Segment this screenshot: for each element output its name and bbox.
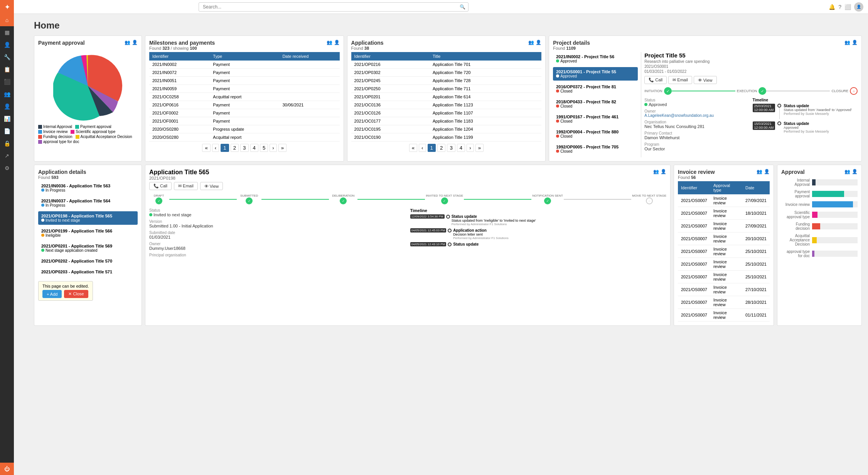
proj-view-button[interactable]: 👁 View	[694, 76, 717, 84]
table-row[interactable]: 2021/IN0072Payment	[149, 69, 340, 77]
table-row[interactable]: 2021/OC0177Application Title 1183	[351, 117, 542, 125]
sidebar-item-people[interactable]: 👤	[0, 100, 14, 113]
ac-email-button[interactable]: ✉ Email	[174, 182, 198, 190]
sidebar-item-document[interactable]: 📄	[0, 125, 14, 137]
table-row[interactable]: 2020/OS0280Progress update	[149, 125, 340, 133]
sidebar-item-person[interactable]: 👤	[0, 39, 14, 51]
proj-call-button[interactable]: 📞 Call	[644, 76, 667, 84]
app-page-next[interactable]: ›	[467, 144, 474, 152]
sidebar-item-layers[interactable]: ⬛	[0, 76, 14, 88]
ms-page-1[interactable]: 1	[221, 144, 229, 152]
table-row[interactable]: 2021/OC0258Acquittal report	[149, 93, 340, 101]
table-row[interactable]: 2021/OS0007Invoice review28/10/2021	[678, 296, 770, 309]
ms-page-first[interactable]: «	[202, 144, 210, 152]
app-person-icon[interactable]: 👤	[536, 40, 541, 45]
sidebar-item-tools[interactable]: 🔧	[0, 51, 14, 63]
sidebar-item-chart[interactable]: 📊	[0, 113, 14, 125]
ac-people-icon[interactable]: 👥	[653, 169, 659, 174]
sidebar-item-lock[interactable]: 🔒	[0, 137, 14, 150]
ms-people-icon[interactable]: 👥	[327, 40, 332, 45]
list-item[interactable]: 2021/OP0203 - Application Title 571	[38, 267, 138, 276]
ir-person-icon[interactable]: 👤	[764, 169, 770, 174]
ms-page-3[interactable]: 3	[240, 144, 248, 152]
ms-page-prev[interactable]: ‹	[212, 144, 219, 152]
project-list-item[interactable]: 2018/OP0433 - Project Title 82 Closed	[553, 97, 638, 111]
ms-page-4[interactable]: 4	[250, 144, 258, 152]
table-row[interactable]: 2021/OS0007Invoice review01/11/2021	[678, 309, 770, 322]
ms-page-next[interactable]: ›	[270, 144, 276, 152]
ms-page-5[interactable]: 5	[260, 144, 268, 152]
pa-settings-icon[interactable]: 👤	[132, 40, 138, 45]
ac-person-icon[interactable]: 👤	[661, 169, 666, 174]
table-row[interactable]: 2021/OS0007Invoice review27/10/2021	[678, 283, 770, 296]
table-row[interactable]: 2021/OP0216Application Title 701	[351, 61, 542, 69]
close-tooltip-button[interactable]: ✕ Close	[64, 290, 88, 298]
table-row[interactable]: 2021/OP0201Application Title 614	[351, 93, 542, 101]
table-row[interactable]: 2021/IN0051Payment	[149, 77, 340, 85]
table-row[interactable]: 2021/OP0302Application Title 720	[351, 69, 542, 77]
table-row[interactable]: 2021/OP0616Payment30/06/2021	[149, 101, 340, 109]
pd-people-icon[interactable]: 👥	[844, 40, 850, 45]
table-row[interactable]: 2021/OS0007Invoice review20/10/2021	[678, 232, 770, 245]
sidebar-item-home[interactable]: ⌂	[0, 14, 14, 26]
avatar[interactable]: 👤	[854, 2, 863, 12]
list-item[interactable]: 2021/OP0202 - Application Title 570	[38, 256, 138, 266]
app-page-2[interactable]: 2	[437, 144, 445, 152]
pa-people-icon[interactable]: 👥	[125, 40, 130, 45]
ms-page-2[interactable]: 2	[231, 144, 239, 152]
table-row[interactable]: 2021/OS0007Invoice review25/10/2021	[678, 271, 770, 283]
ir-people-icon[interactable]: 👥	[757, 169, 762, 174]
list-item[interactable]: 2021/IN0037 - Application Title 564 In P…	[38, 196, 138, 210]
ms-person-icon[interactable]: 👤	[334, 40, 340, 45]
table-row[interactable]: 2021/OC0136Application Title 1123	[351, 101, 542, 109]
app-page-4[interactable]: 4	[457, 144, 465, 152]
list-item[interactable]: 2021/IN0036 - Application Title 563 In P…	[38, 181, 138, 195]
table-row[interactable]: 2021/OS0007Invoice review25/10/2021	[678, 258, 770, 271]
project-list-item-selected[interactable]: 2021/OS0001 - Project Title 55 Approved	[553, 67, 638, 81]
app-page-prev[interactable]: ‹	[419, 144, 426, 152]
project-list-item[interactable]: 1992/OP0005 - Project Title 705 Closed	[553, 142, 638, 156]
ac-call-button[interactable]: 📞 Call	[149, 182, 172, 190]
add-button[interactable]: + Add	[42, 290, 62, 298]
table-row[interactable]: 2021/OS0007Invoice review18/10/2021	[678, 207, 770, 220]
table-row[interactable]: 2021/OP0250Application Title 711	[351, 85, 542, 93]
appr-people-icon[interactable]: 👥	[844, 169, 850, 174]
table-row[interactable]: 2021/OS0007Invoice review27/09/2021	[678, 194, 770, 207]
list-item[interactable]: 2021/OP0201 - Application Title 569 Next…	[38, 241, 138, 255]
proj-email-button[interactable]: ✉ Email	[668, 76, 692, 84]
table-row[interactable]: 2021/OC0126Application Title 1107	[351, 109, 542, 117]
window-icon[interactable]: ⬜	[844, 4, 851, 10]
table-row[interactable]: 2021/IN0002Payment	[149, 61, 340, 69]
table-row[interactable]: 2021/OF0002Payment	[149, 109, 340, 117]
help-icon[interactable]: ?	[838, 4, 841, 10]
sidebar-item-share[interactable]: ↗	[0, 150, 14, 162]
app-page-3[interactable]: 3	[447, 144, 455, 152]
ms-page-last[interactable]: »	[278, 144, 287, 152]
search-input[interactable]	[199, 2, 469, 12]
sidebar-item-network[interactable]: 👥	[0, 88, 14, 100]
sidebar-item-clipboard[interactable]: 📋	[0, 63, 14, 76]
project-list-item[interactable]: 1991/OP0167 - Project Title 461 Closed	[553, 112, 638, 126]
project-list-item[interactable]: 1992/OP0004 - Project Title 880 Closed	[553, 127, 638, 141]
list-item[interactable]: 2021/OP0199 - Application Title 566 Inel…	[38, 226, 138, 240]
project-list-item[interactable]: 2016/OP0372 - Project Title 81 Closed	[553, 82, 638, 96]
app-page-first[interactable]: «	[409, 144, 417, 152]
table-row[interactable]: 2021/OC0195Application Title 1204	[351, 125, 542, 133]
table-row[interactable]: 2021/IN0059Payment	[149, 85, 340, 93]
table-row[interactable]: 2020/OS0280Acquittal report	[149, 133, 340, 141]
table-row[interactable]: 2021/OF0001Payment	[149, 117, 340, 125]
sidebar-item-settings[interactable]: ⚙	[0, 162, 14, 174]
list-item-selected[interactable]: 2021/OP0198 - Application Title 565 Invi…	[38, 211, 138, 225]
app-page-last[interactable]: »	[475, 144, 484, 152]
table-row[interactable]: 2021/OC0190Application Title 1199	[351, 133, 542, 141]
table-row[interactable]: 2021/OS0007Invoice review25/10/2021	[678, 245, 770, 258]
project-list-item[interactable]: 2021/IN0002 - Project Title 56 Approved	[553, 52, 638, 66]
app-people-icon[interactable]: 👥	[528, 40, 534, 45]
app-page-1[interactable]: 1	[428, 144, 436, 152]
notifications-icon[interactable]: 🔔	[829, 4, 835, 10]
pd-person-icon[interactable]: 👤	[852, 40, 858, 45]
ac-view-button[interactable]: 👁 View	[200, 182, 223, 190]
sidebar-item-power[interactable]: ⏻	[0, 463, 14, 475]
sidebar-item-calendar[interactable]: ▦	[0, 26, 14, 39]
table-row[interactable]: 2021/OS0007Invoice review27/09/2021	[678, 220, 770, 232]
